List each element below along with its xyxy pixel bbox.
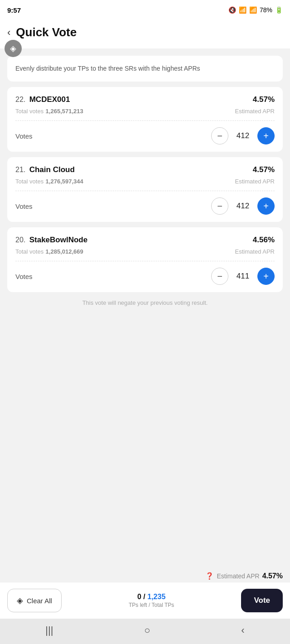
candidate-apr-2: 4.56% xyxy=(253,235,275,245)
page-header: ‹ Quick Vote xyxy=(0,18,290,48)
apr-footer-label: Estimated APR xyxy=(217,572,259,580)
home-icon[interactable]: ○ xyxy=(144,625,150,636)
votes-label-0: Votes xyxy=(15,132,33,140)
back-button[interactable]: ‹ xyxy=(7,28,10,38)
apr-footer-value: 4.57% xyxy=(262,572,283,580)
recent-apps-icon[interactable]: ||| xyxy=(45,625,53,636)
total-votes-value-2: 1,285,012,669 xyxy=(46,248,83,255)
candidate-name-1: Chain Cloud xyxy=(29,165,75,174)
total-votes-label-0: Total votes xyxy=(15,108,44,115)
tps-info: 0 / 1,235 TPs left / Total TPs xyxy=(68,593,235,608)
votes-control-0: − 412 + xyxy=(211,127,275,144)
total-votes-value-0: 1,265,571,213 xyxy=(46,108,83,115)
clear-all-label: Clear All xyxy=(27,597,52,605)
candidate-votes-row-1: Total votes 1,276,597,344 Estimated APR xyxy=(15,177,275,185)
battery-text: 78% xyxy=(260,6,272,14)
total-votes-value-1: 1,276,597,344 xyxy=(46,178,83,185)
decrement-btn-1[interactable]: − xyxy=(211,197,228,215)
clear-all-button[interactable]: ◈ Clear All xyxy=(7,589,62,612)
candidate-apr-1: 4.57% xyxy=(253,165,275,174)
candidate-rank-0: 22. xyxy=(15,96,25,103)
increment-btn-2[interactable]: + xyxy=(257,268,275,285)
candidate-total-votes-2: Total votes 1,285,012,669 xyxy=(15,247,83,255)
tps-current: 0 xyxy=(137,593,141,601)
status-bar: 9:57 🔇 📶 📶 78% 🔋 xyxy=(0,0,290,18)
vote-count-2: 411 xyxy=(235,272,251,281)
negate-notice: This vote will negate your previous voti… xyxy=(7,298,283,310)
votes-label-1: Votes xyxy=(15,202,33,210)
app-logo: ◈ xyxy=(5,40,22,57)
status-time: 9:57 xyxy=(7,6,21,14)
candidate-card-0: 22. MCDEX001 4.57% Total votes 1,265,571… xyxy=(7,87,283,152)
candidate-name-row-0: 22. MCDEX001 xyxy=(15,95,70,104)
votes-label-2: Votes xyxy=(15,273,33,280)
votes-control-1: − 412 + xyxy=(211,197,275,215)
apr-footer: ❓ Estimated APR 4.57% xyxy=(0,568,290,582)
candidate-rank-2: 20. xyxy=(15,236,25,244)
candidate-total-votes-1: Total votes 1,276,597,344 xyxy=(15,177,83,185)
info-text: Evenly distribute your TPs to the three … xyxy=(15,65,200,72)
bottom-bar: ◈ Clear All 0 / 1,235 TPs left / Total T… xyxy=(0,582,290,619)
estimated-apr-label-0: Estimated APR xyxy=(235,108,275,115)
clear-all-icon: ◈ xyxy=(17,596,23,606)
votes-control-2: − 411 + xyxy=(211,268,275,285)
candidate-apr-0: 4.57% xyxy=(253,95,275,104)
candidate-votes-row-0: Total votes 1,265,571,213 Estimated APR xyxy=(15,107,275,115)
system-nav-bar: ||| ○ ‹ xyxy=(0,619,290,644)
divider-0 xyxy=(15,120,275,121)
candidate-name-row-1: 21. Chain Cloud xyxy=(15,165,75,174)
info-box: Evenly distribute your TPs to the three … xyxy=(7,56,283,82)
votes-control-row-2: Votes − 411 + xyxy=(15,268,275,285)
main-content: Evenly distribute your TPs to the three … xyxy=(0,48,290,568)
votes-control-row-1: Votes − 412 + xyxy=(15,197,275,215)
candidate-name-0: MCDEX001 xyxy=(29,95,70,104)
total-votes-label-2: Total votes xyxy=(15,248,44,255)
tps-fraction: 0 / 1,235 xyxy=(68,593,235,601)
mute-icon: 🔇 xyxy=(228,6,236,14)
candidate-header-0: 22. MCDEX001 4.57% xyxy=(15,95,275,104)
decrement-btn-0[interactable]: − xyxy=(211,127,228,144)
tps-total: 1,235 xyxy=(147,593,165,601)
divider-1 xyxy=(15,191,275,191)
apr-help-icon: ❓ xyxy=(205,572,214,580)
candidate-header-1: 21. Chain Cloud 4.57% xyxy=(15,165,275,174)
candidate-name-row-2: 20. StakeBowlNode xyxy=(15,235,87,245)
increment-btn-0[interactable]: + xyxy=(257,127,275,144)
candidate-card-1: 21. Chain Cloud 4.57% Total votes 1,276,… xyxy=(7,157,283,222)
vote-submit-button[interactable]: Vote xyxy=(241,589,283,612)
tps-separator: / xyxy=(143,593,145,601)
candidate-rank-1: 21. xyxy=(15,166,25,173)
wifi-icon: 📶 xyxy=(239,6,246,14)
candidate-header-2: 20. StakeBowlNode 4.56% xyxy=(15,235,275,245)
decrement-btn-2[interactable]: − xyxy=(211,268,228,285)
increment-btn-1[interactable]: + xyxy=(257,197,275,215)
candidate-total-votes-0: Total votes 1,265,571,213 xyxy=(15,107,83,115)
estimated-apr-label-2: Estimated APR xyxy=(235,248,275,255)
candidate-card-2: 20. StakeBowlNode 4.56% Total votes 1,28… xyxy=(7,227,283,292)
vote-count-1: 412 xyxy=(235,202,251,211)
signal-icon: 📶 xyxy=(249,6,257,14)
candidate-votes-row-2: Total votes 1,285,012,669 Estimated APR xyxy=(15,247,275,255)
page-title: Quick Vote xyxy=(16,25,77,39)
negate-text: This vote will negate your previous voti… xyxy=(82,299,208,306)
divider-2 xyxy=(15,261,275,261)
estimated-apr-label-1: Estimated APR xyxy=(235,178,275,185)
vote-count-0: 412 xyxy=(235,131,251,140)
candidate-name-2: StakeBowlNode xyxy=(29,235,87,244)
battery-icon: 🔋 xyxy=(275,6,283,14)
votes-control-row-0: Votes − 412 + xyxy=(15,127,275,144)
total-votes-label-1: Total votes xyxy=(15,178,44,185)
tps-label: TPs left / Total TPs xyxy=(68,602,235,608)
status-icons: 🔇 📶 📶 78% 🔋 xyxy=(228,6,283,14)
system-back-icon[interactable]: ‹ xyxy=(241,625,244,636)
